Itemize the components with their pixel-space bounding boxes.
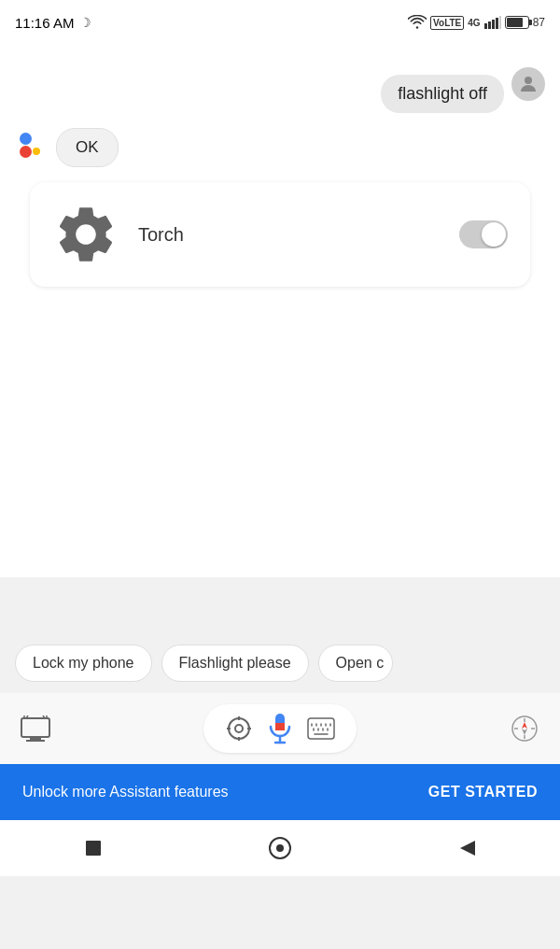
torch-card-left: Torch: [52, 201, 184, 268]
suggestion-chip-0[interactable]: Lock my phone: [15, 644, 152, 682]
torch-label: Torch: [138, 224, 184, 246]
assistant-ok-text: OK: [76, 138, 99, 156]
svg-point-14: [235, 725, 243, 732]
google-dot-blue: [20, 133, 32, 145]
compass-icon: [511, 715, 539, 743]
mic-icon: [267, 712, 293, 745]
svg-rect-2: [492, 20, 495, 29]
svg-point-13: [229, 718, 249, 739]
svg-point-5: [525, 77, 532, 84]
suggestion-chip-1[interactable]: Flashlight please: [161, 644, 309, 682]
suggestion-chip-2[interactable]: Open c: [318, 644, 393, 682]
volte-icon: VoLTE: [430, 16, 464, 30]
google-assistant-logo: [15, 128, 49, 162]
google-dot-red: [20, 146, 32, 158]
user-message-bubble: flashlight off: [381, 75, 504, 113]
toolbar-center: [203, 704, 357, 753]
stop-icon: [84, 839, 103, 857]
battery-level: 87: [533, 16, 545, 29]
torch-card: Torch: [30, 182, 530, 287]
keyboard-icon: [307, 717, 335, 740]
svg-rect-7: [30, 737, 41, 740]
assistant-ok-bubble: OK: [56, 128, 119, 167]
svg-marker-45: [460, 841, 475, 856]
wifi-icon: [408, 15, 427, 30]
4g-icon: 4G: [468, 18, 480, 28]
moon-icon: ☽: [79, 15, 91, 30]
svg-rect-3: [496, 18, 498, 29]
svg-marker-40: [522, 722, 527, 729]
gray-spacer: [0, 577, 560, 633]
status-time: 11:16 AM: [15, 15, 74, 31]
chat-area: flashlight off OK: [0, 45, 560, 577]
svg-rect-42: [86, 841, 101, 856]
avatar-icon: [517, 73, 539, 95]
blue-banner: Unlock more Assistant features GET START…: [0, 764, 560, 820]
home-circle-icon: [268, 836, 292, 860]
assistant-reply: OK: [15, 128, 545, 167]
snapshot-button[interactable]: [15, 708, 56, 749]
back-arrow-icon: [458, 839, 475, 857]
svg-marker-41: [522, 729, 527, 735]
svg-rect-4: [499, 16, 501, 29]
banner-text: Unlock more Assistant features: [22, 784, 229, 800]
mic-button[interactable]: [263, 712, 297, 745]
status-icons: VoLTE 4G 87: [408, 15, 545, 30]
svg-rect-1: [488, 21, 491, 29]
svg-rect-6: [21, 718, 49, 737]
suggestions-row: Lock my phone Flashlight please Open c: [0, 633, 560, 693]
user-message-container: flashlight off: [15, 60, 545, 113]
status-bar: 11:16 AM ☽ VoLTE 4G 87: [0, 0, 560, 45]
svg-rect-0: [484, 23, 487, 29]
torch-toggle[interactable]: [459, 220, 508, 248]
svg-rect-24: [308, 718, 334, 739]
nav-bar: [0, 820, 560, 876]
toggle-knob: [482, 222, 506, 247]
lens-icon: [226, 715, 252, 742]
nav-stop-button[interactable]: [73, 828, 114, 869]
bottom-toolbar: [0, 693, 560, 764]
nav-home-button[interactable]: [259, 828, 301, 869]
svg-rect-23: [275, 728, 285, 730]
signal-icon: [484, 16, 501, 29]
get-started-button[interactable]: GET STARTED: [428, 784, 538, 800]
lens-button[interactable]: [222, 712, 256, 745]
keyboard-button[interactable]: [304, 712, 338, 745]
user-avatar: [511, 67, 545, 101]
torch-gear-icon: [52, 201, 119, 268]
battery-icon: [505, 16, 529, 29]
status-time-area: 11:16 AM ☽: [15, 15, 91, 31]
svg-rect-8: [26, 740, 45, 742]
svg-point-44: [276, 844, 284, 852]
snapshot-icon: [21, 715, 50, 742]
nav-back-button[interactable]: [446, 828, 487, 869]
google-dot-yellow: [33, 148, 40, 155]
user-message-text: flashlight off: [398, 84, 487, 103]
compass-button[interactable]: [504, 708, 545, 749]
